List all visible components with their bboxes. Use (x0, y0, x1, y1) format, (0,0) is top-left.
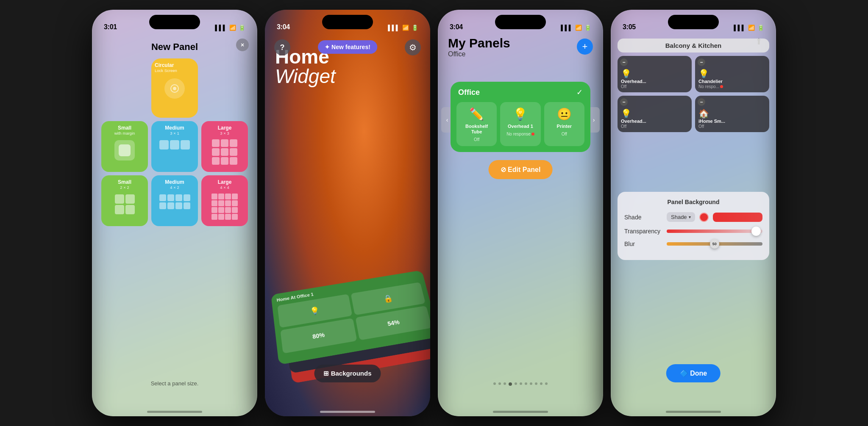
device-tile-bookshelf[interactable]: ✏️ Bookshelf Tube Off (456, 102, 497, 146)
minus-btn-3[interactable]: − (620, 98, 628, 106)
edit-panel-button[interactable]: ⊘ Edit Panel (489, 160, 553, 179)
phone4-time: 3:05 (623, 23, 636, 31)
medium-4x2-label: Medium (165, 180, 184, 185)
new-features-button[interactable]: ✦ New features! (318, 40, 377, 54)
minus-btn-1[interactable]: − (620, 58, 628, 66)
office-devices: ✏️ Bookshelf Tube Off 💡 Overhead 1 No re… (456, 102, 584, 146)
page-dot-3 (504, 382, 506, 385)
widget-cards: WorkDay Home At Office 1 💡 🔒 80% 54% (268, 246, 430, 373)
panel-item-circular[interactable]: Circular Lock Screen (151, 58, 198, 118)
my-panels-header: My Panels Office + (448, 37, 593, 58)
phone4-status-icons: ▌▌▌ 📶 🔋 (734, 25, 764, 31)
bk-tile-overhead1[interactable]: − 💡 Overhead... Off (618, 56, 692, 92)
done-button[interactable]: 🔷 Done (666, 364, 721, 382)
wifi-icon: 📶 (402, 25, 409, 31)
phone2-screen: 3:04 ▌▌▌ 📶 🔋 ? ✦ New features! ⚙ Home Wi… (265, 10, 430, 416)
add-panel-button[interactable]: + (577, 39, 593, 55)
phone4-screen: 3:05 ▌▌▌ 📶 🔋 ⬆ Balcony & Kitchen − 💡 (611, 10, 776, 416)
tile3-icon: 💡 (621, 108, 688, 119)
battery-icon: 🔋 (584, 25, 591, 31)
panel-row-sml2: Small 2 × 2 Medium 4 × 2 (100, 175, 249, 226)
page-dot-1 (493, 382, 496, 385)
large-3x3-sublabel: 3 × 3 (220, 131, 229, 136)
phone1-dynamic-island (149, 15, 200, 29)
office-card-header: Office ✓ (456, 88, 584, 97)
panel-item-medium-4x2[interactable]: Medium 4 × 2 (151, 175, 198, 226)
backgrounds-button[interactable]: ⊞ Backgrounds (314, 365, 381, 382)
phone3-dynamic-island (495, 15, 546, 29)
blur-slider-track[interactable]: 50 (667, 242, 762, 246)
panel-row-circular: Circular Lock Screen (100, 58, 249, 118)
panel-item-small-2x2[interactable]: Small 2 × 2 (101, 175, 148, 226)
gear-button[interactable]: ⚙ (405, 39, 421, 55)
phone3-time: 3:04 (450, 23, 463, 31)
medium-3x1-label: Medium (165, 125, 184, 131)
signal-icon: ▌▌▌ (561, 25, 573, 31)
transparency-slider-track[interactable] (667, 230, 762, 233)
circular-sublabel: Lock Screen (155, 68, 177, 73)
page-dot-4-active (509, 382, 512, 386)
bk-tile-overhead2[interactable]: − 💡 Overhead... Off (618, 96, 692, 132)
overhead-status: No response (506, 132, 534, 136)
tile1-name: Overhead... (621, 79, 688, 84)
tile3-status: Off (621, 124, 688, 129)
phone2-status-icons: ▌▌▌ 📶 🔋 (388, 25, 418, 31)
tile4-status: Off (698, 124, 766, 129)
panel-item-small-margin[interactable]: Small with margin (101, 121, 148, 172)
minus-btn-4[interactable]: − (698, 98, 705, 106)
medium-3x1-grid (159, 140, 190, 149)
phone1-home-indicator (147, 411, 202, 413)
bookshelf-status: Off (474, 137, 479, 142)
large-3x3-label: Large (218, 125, 232, 131)
panel-item-large-4x4[interactable]: Large 4 × 4 (201, 175, 248, 226)
overhead-name: Overhead 1 (508, 124, 533, 129)
large-4x4-label: Large (218, 180, 232, 185)
widget-title: Widget (275, 66, 336, 86)
minus-btn-2[interactable]: − (698, 58, 705, 66)
phone4-dynamic-island (668, 15, 719, 29)
bk-tile-ihome[interactable]: − 🏠 iHome Sm... Off (695, 96, 769, 132)
shade-button[interactable]: Shade ▾ (667, 212, 695, 222)
tile2-icon: 💡 (698, 69, 766, 79)
balcony-kitchen-section: Balcony & Kitchen − 💡 Overhead... Off − (618, 39, 769, 132)
shade-row: Shade Shade ▾ (624, 212, 762, 222)
large-4x4-sublabel: 4 × 4 (220, 185, 229, 190)
transparency-label: Transparency (624, 228, 662, 235)
blur-slider-thumb[interactable]: 50 (710, 239, 719, 249)
shade-label: Shade (624, 214, 662, 221)
phones-container: 3:01 ▌▌▌ 📶 🔋 × New Panel Circular Lock S… (0, 0, 868, 426)
tile2-status: No respo... (698, 84, 766, 89)
tile3-name: Overhead... (621, 119, 688, 124)
device-tile-overhead[interactable]: 💡 Overhead 1 No response (500, 102, 540, 146)
overhead-icon: 💡 (513, 107, 528, 121)
circular-icon (164, 78, 185, 99)
panel-item-medium-3x1[interactable]: Medium 3 × 1 (151, 121, 198, 172)
page-dot-2 (498, 382, 501, 385)
panel-item-large-3x3[interactable]: Large 3 × 3 (201, 121, 248, 172)
bk-tile-chandelier[interactable]: − 💡 Chandelier No respo... (695, 56, 769, 92)
tile4-icon: 🏠 (698, 108, 766, 119)
transparency-slider-thumb[interactable] (751, 227, 761, 236)
medium-3x1-sublabel: 3 × 1 (170, 131, 179, 136)
shade-color-bar (713, 213, 762, 222)
battery-icon: 🔋 (239, 25, 245, 31)
help-button[interactable]: ? (274, 39, 290, 55)
panel-row-sml: Small with margin Medium 3 × 1 (100, 121, 249, 172)
device-tile-printer[interactable]: 😐 Printer Off (544, 102, 584, 146)
bookshelf-icon: ✏️ (469, 107, 484, 121)
phone1-screen: 3:01 ▌▌▌ 📶 🔋 × New Panel Circular Lock S… (92, 10, 257, 416)
phone-4: 3:05 ▌▌▌ 📶 🔋 ⬆ Balcony & Kitchen − 💡 (611, 10, 776, 416)
bk-tiles-grid: − 💡 Overhead... Off − 💡 Chandelier (618, 56, 769, 132)
small-margin-label: Small (118, 125, 131, 131)
wifi-icon: 📶 (575, 25, 582, 31)
panel-background-title: Panel Background (624, 199, 762, 205)
tile2-name: Chandelier (698, 79, 766, 84)
svg-point-1 (173, 87, 176, 90)
phone2-home-indicator (320, 411, 375, 413)
phone4-home-indicator (666, 411, 721, 413)
small-2x2-grid (115, 194, 135, 214)
page-dot-9 (535, 382, 537, 385)
signal-icon: ▌▌▌ (734, 25, 746, 31)
printer-status: Off (562, 132, 567, 136)
new-panel-title: New Panel (92, 41, 257, 53)
